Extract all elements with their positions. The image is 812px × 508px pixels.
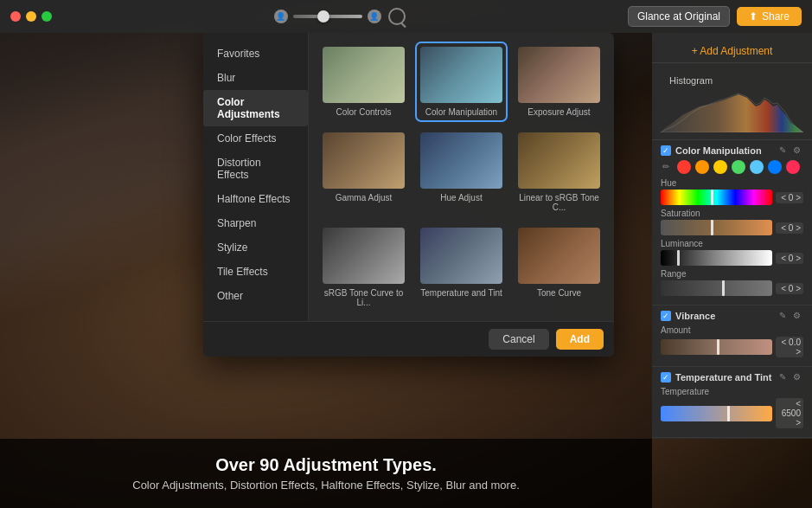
temperature-slider[interactable] [661,406,772,421]
grid-item-srgb-tone[interactable]: sRGB Tone Curve to Li... [319,224,408,311]
hue-slider[interactable] [661,190,772,205]
color-dot-pink[interactable] [786,160,800,174]
glance-button[interactable]: Glance at Original [628,6,730,27]
histogram-section: Histogram [652,68,812,140]
search-icon[interactable] [388,8,406,25]
traffic-lights [10,11,52,22]
thumb-temperature-tint [420,228,502,284]
luminance-row: Luminance < 0 > [661,239,803,266]
temperature-value[interactable]: < 6500 > [776,398,803,428]
sidebar-item-distortion-effects[interactable]: Distortion Effects [203,151,308,187]
temp-gear-icon[interactable]: ⚙ [793,372,803,383]
color-dot-cyan[interactable] [750,160,764,174]
temp-pencil-icon[interactable]: ✎ [779,372,790,383]
sidebar-item-tile-effects[interactable]: Tile Effects [203,260,308,284]
luminance-value[interactable]: < 0 > [776,253,803,264]
add-adjustment-button[interactable]: + Add Adjustment [652,40,812,63]
sidebar-item-sharpen[interactable]: Sharpen [203,211,308,235]
label-linear-srgb: Linear to sRGB Tone C... [518,193,600,212]
saturation-slider-track: < 0 > [661,220,803,235]
hue-value[interactable]: < 0 > [776,192,803,203]
cancel-button[interactable]: Cancel [489,329,548,350]
saturation-slider[interactable] [661,220,772,235]
thumbnail-large-icon: 👤 [368,10,381,23]
vibrance-section: ✓ Vibrance ✎ ⚙ Amount < 0.0 > [652,305,812,367]
pencil-icon[interactable]: ✎ [779,145,790,156]
luminance-slider[interactable] [661,250,772,266]
thumb-color-controls [323,47,405,103]
range-row: Range < 0 > [661,269,803,296]
color-dot-green[interactable] [732,160,745,174]
grid-item-hue-adjust[interactable]: Hue Adjust [417,129,506,215]
grid-item-gamma-adjust[interactable]: Gamma Adjust [319,129,408,215]
temperature-tint-header: ✓ Temperature and Tint ✎ ⚙ [661,372,803,383]
label-srgb-tone: sRGB Tone Curve to Li... [323,288,405,307]
sidebar-item-stylize[interactable]: Stylize [203,235,308,260]
luminance-label: Luminance [661,239,803,248]
modal-sidebar: Favorites Blur Color Adjustments Color E… [203,33,309,321]
right-panel: + Add Adjustment Histogram [652,33,812,439]
thumb-hue-adjust [420,132,502,189]
minimize-button[interactable] [26,11,36,22]
thumb-srgb-tone [323,228,405,284]
vibrance-title: Vibrance [675,311,775,321]
temperature-tint-icons: ✎ ⚙ [779,372,803,383]
thumbnail-size-slider[interactable]: 👤 👤 [274,10,381,23]
vibrance-gear-icon[interactable]: ⚙ [793,311,803,321]
vibrance-checkbox[interactable]: ✓ [661,311,671,321]
vibrance-icons: ✎ ⚙ [779,311,803,321]
grid-item-temperature-tint[interactable]: Temperature and Tint [417,224,506,311]
sidebar-item-favorites[interactable]: Favorites [203,42,308,66]
thumb-exposure-adjust [518,47,600,103]
range-slider[interactable] [661,280,772,296]
adjustment-picker-modal: Favorites Blur Color Adjustments Color E… [203,33,614,357]
histogram-canvas [661,89,803,132]
range-value[interactable]: < 0 > [776,283,803,294]
label-exposure-adjust: Exposure Adjust [527,107,590,117]
color-dot-orange[interactable] [695,160,709,174]
amount-slider-track: < 0.0 > [661,337,803,357]
gear-icon[interactable]: ⚙ [793,145,803,156]
color-manipulation-header: ✓ Color Manipulation ✎ ⚙ [661,145,803,156]
amount-label: Amount [661,325,803,335]
add-button[interactable]: Add [556,329,604,350]
color-manipulation-checkbox[interactable]: ✓ [661,145,671,156]
temperature-tint-checkbox[interactable]: ✓ [661,372,671,383]
sidebar-item-blur[interactable]: Blur [203,66,308,90]
label-temperature-tint: Temperature and Tint [420,288,502,298]
sidebar-item-halftone-effects[interactable]: Halftone Effects [203,187,308,211]
color-dot-red[interactable] [677,160,691,174]
grid-item-color-controls[interactable]: Color Controls [319,43,408,120]
color-dot-yellow[interactable] [713,160,727,174]
color-dot-blue[interactable] [768,160,782,174]
grid-item-color-manipulation[interactable]: Color Manipulation [417,43,506,120]
thumb-color-manipulation [420,47,502,103]
share-label: Share [762,10,790,23]
amount-slider[interactable] [661,339,772,355]
grid-item-linear-srgb[interactable]: Linear to sRGB Tone C... [515,129,604,215]
sidebar-item-color-adjustments[interactable]: Color Adjustments [203,90,308,126]
sidebar-item-color-effects[interactable]: Color Effects [203,126,308,151]
title-center: 👤 👤 [52,8,628,25]
saturation-value[interactable]: < 0 > [776,222,803,234]
bottom-text-overlay: Over 90 Adjustment Types. Color Adjustme… [0,439,652,508]
amount-value[interactable]: < 0.0 > [776,337,803,357]
share-button[interactable]: ⬆ Share [737,7,802,26]
thumbnail-small-icon: 👤 [274,10,288,23]
close-button[interactable] [10,11,21,22]
vibrance-pencil-icon[interactable]: ✎ [779,311,790,321]
sidebar-item-other[interactable]: Other [203,284,308,308]
vibrance-header: ✓ Vibrance ✎ ⚙ [661,311,803,321]
temperature-tint-section: ✓ Temperature and Tint ✎ ⚙ Temperature <… [652,367,812,438]
maximize-button[interactable] [42,11,52,22]
amount-row: Amount < 0.0 > [661,325,803,357]
histogram-title: Histogram [661,72,803,89]
eyedropper-icon[interactable]: ✏ [662,162,673,172]
hue-label: Hue [661,178,803,188]
modal-footer: Cancel Add [203,321,614,357]
size-slider-track[interactable] [293,15,362,18]
grid-item-exposure-adjust[interactable]: Exposure Adjust [515,43,604,120]
grid-item-tone-curve[interactable]: Tone Curve [515,224,604,311]
bottom-subtext: Color Adjustments, Distortion Effects, H… [132,479,520,492]
titlebar: 👤 👤 Glance at Original ⬆ Share [0,0,812,33]
